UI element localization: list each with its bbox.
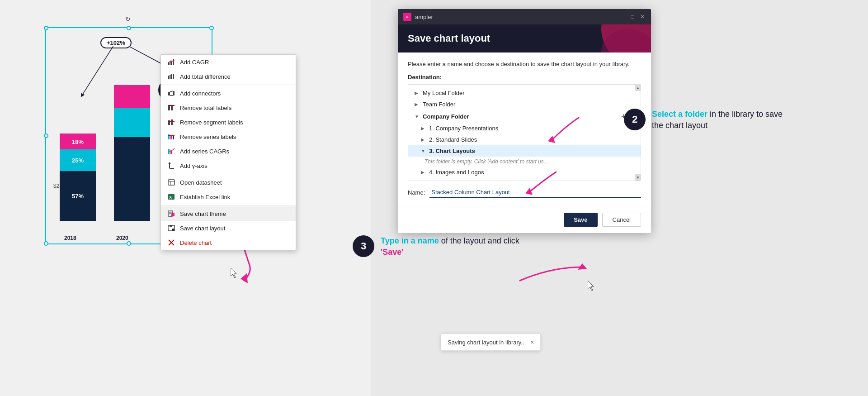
folder-chart-layouts-label: 3. Chart Layouts [429, 148, 634, 154]
folder-tree[interactable]: ▶ My Local Folder ▶ Team Folder ▼ Compan… [408, 84, 641, 181]
menu-item-add-connectors[interactable]: Add connectors [161, 86, 296, 100]
folder-chart-layouts-empty: This folder is empty. Click 'Add content… [408, 157, 641, 167]
destination-label: Destination: [408, 74, 641, 81]
svg-rect-29 [168, 180, 175, 185]
menu-item-save-chart-theme[interactable]: Save chart theme [161, 206, 296, 221]
folder-company-pres[interactable]: ▶ 1. Company Presentations [408, 123, 641, 134]
folder-my-local-arrow: ▶ [415, 91, 419, 95]
menu-label-delete-chart: Delete chart [180, 239, 212, 246]
scroll-down-button[interactable]: ▼ [635, 174, 641, 181]
menu-item-remove-series-labels[interactable]: Remove series labels [161, 129, 296, 144]
menu-label-save-chart-layout: Save chart layout [180, 225, 225, 232]
callout-3-highlight: 'Save' [381, 248, 404, 257]
app-logo: a [403, 13, 411, 21]
remove-segment-labels-icon [167, 118, 175, 126]
app-name: ampler [415, 14, 616, 20]
handle-bl[interactable] [44, 241, 48, 246]
maximize-button[interactable]: □ [629, 14, 636, 20]
folder-company-label: Company Folder [423, 113, 618, 120]
scroll-up-button[interactable]: ▲ [635, 85, 641, 91]
bar-2018: 57% 25% 18% [60, 134, 96, 221]
cancel-button[interactable]: Cancel [602, 213, 641, 227]
svg-marker-49 [578, 263, 587, 270]
menu-label-save-chart-theme: Save chart theme [180, 210, 226, 217]
callout-2: 2 Select a folder in the library to save… [624, 109, 787, 131]
svg-rect-13 [168, 106, 170, 110]
svg-rect-39 [170, 225, 172, 227]
callout-3-bold: Type in a name [381, 236, 439, 245]
callout-2-text: Select a folder in the library to save t… [652, 109, 787, 131]
remove-series-labels-icon [167, 133, 175, 141]
menu-item-establish-excel[interactable]: X Establish Excel link [161, 190, 296, 204]
menu-item-remove-total-labels[interactable]: Remove total labels [161, 100, 296, 115]
name-label: Name: [408, 189, 425, 196]
menu-item-remove-segment-labels[interactable]: Remove segment labels [161, 115, 296, 129]
dialog-body: Please enter a name and choose a destina… [398, 52, 651, 206]
pink-pct: 18% [72, 138, 84, 145]
svg-line-11 [170, 91, 173, 92]
handle-tm[interactable] [127, 26, 131, 30]
save-button[interactable]: Save [564, 213, 597, 227]
svg-rect-6 [170, 75, 172, 79]
menu-item-open-datasheet[interactable]: Open datasheet [161, 175, 296, 190]
svg-rect-9 [168, 92, 170, 95]
callout-2-bold: Select a folder [652, 110, 708, 119]
menu-label-remove-total-labels: Remove total labels [180, 105, 231, 111]
menu-label-remove-series-labels: Remove series labels [180, 134, 236, 140]
folder-chart-layouts[interactable]: ▼ 3. Chart Layouts [408, 145, 641, 157]
teal-pct: 25% [72, 157, 84, 164]
add-series-cagrs-icon [167, 147, 175, 155]
dialog-header: Save chart layout [398, 24, 651, 52]
svg-rect-10 [173, 91, 175, 95]
callout-3: 3 Type in a name of the layout and click… [353, 235, 533, 258]
dialog-description: Please enter a name and choose a destina… [408, 61, 641, 67]
folder-standard-slides[interactable]: ▶ 2. Standard Slides [408, 134, 641, 145]
svg-rect-21 [173, 136, 174, 139]
add-total-diff-icon [167, 72, 175, 81]
folder-company-pres-arrow: ▶ [421, 126, 425, 131]
handle-tl[interactable] [44, 26, 48, 30]
handle-ml[interactable] [44, 134, 48, 138]
menu-item-add-total-diff[interactable]: Add total difference [161, 69, 296, 84]
add-connectors-icon [167, 89, 175, 97]
svg-marker-43 [241, 273, 248, 283]
menu-item-save-chart-layout[interactable]: Save chart layout [161, 221, 296, 235]
menu-label-add-total-diff: Add total difference [180, 73, 231, 80]
folder-company[interactable]: ▼ Company Folder + ··· [408, 110, 641, 123]
handle-bm[interactable] [127, 241, 131, 246]
left-section: ↻ +102% [0, 0, 371, 396]
folder-team-label: Team Folder [423, 101, 634, 108]
open-datasheet-icon [167, 178, 175, 186]
dark-pct: 57% [72, 193, 84, 200]
header-decoration [565, 24, 651, 52]
folder-team[interactable]: ▶ Team Folder [408, 99, 641, 110]
folder-chart-layouts-arrow: ▼ [421, 148, 425, 153]
folder-my-local[interactable]: ▶ My Local Folder [408, 87, 641, 99]
save-chart-layout-icon [167, 224, 175, 232]
delete-chart-icon [167, 239, 175, 247]
dialog-title: Save chart layout [408, 33, 490, 44]
menu-item-delete-chart[interactable]: Delete chart [161, 235, 296, 250]
menu-label-add-connectors: Add connectors [180, 90, 221, 97]
close-button[interactable]: ✕ [639, 14, 646, 20]
add-y-axis-icon [167, 162, 175, 170]
context-menu: Add CAGR Add total difference Add connec… [160, 54, 296, 250]
year-2018-label: 2018 [64, 235, 76, 241]
folder-my-local-label: My Local Folder [423, 90, 634, 96]
menu-item-add-y-axis[interactable]: Add y-axis [161, 158, 296, 173]
svg-rect-35 [171, 213, 175, 216]
svg-rect-16 [168, 120, 170, 125]
svg-text:X: X [169, 195, 172, 200]
folder-standard-slides-arrow: ▶ [421, 137, 425, 142]
rotate-handle[interactable]: ↻ [125, 15, 132, 23]
svg-point-40 [172, 229, 175, 231]
year-2020-label: 2020 [116, 235, 128, 241]
window-buttons: — □ ✕ [619, 14, 646, 20]
menu-item-add-series-cagrs[interactable]: Add series CAGRs [161, 144, 296, 158]
name-input[interactable] [429, 187, 641, 198]
handle-tr[interactable] [209, 26, 214, 30]
folder-images-logos[interactable]: ▶ 4. Images and Logos [408, 167, 641, 178]
minimize-button[interactable]: — [619, 14, 626, 20]
menu-item-add-cagr[interactable]: Add CAGR [161, 55, 296, 69]
toast-close-button[interactable]: × [530, 339, 534, 346]
